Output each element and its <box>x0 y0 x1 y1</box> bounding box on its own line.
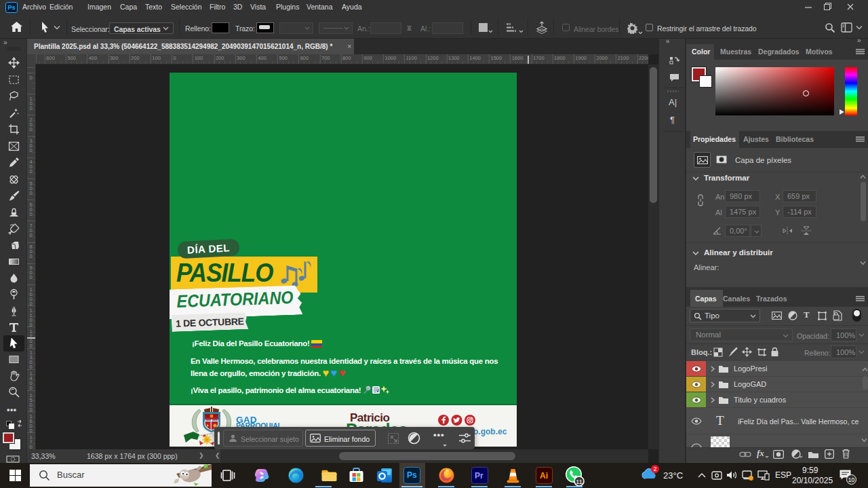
svg-text:11: 11 <box>576 478 582 485</box>
